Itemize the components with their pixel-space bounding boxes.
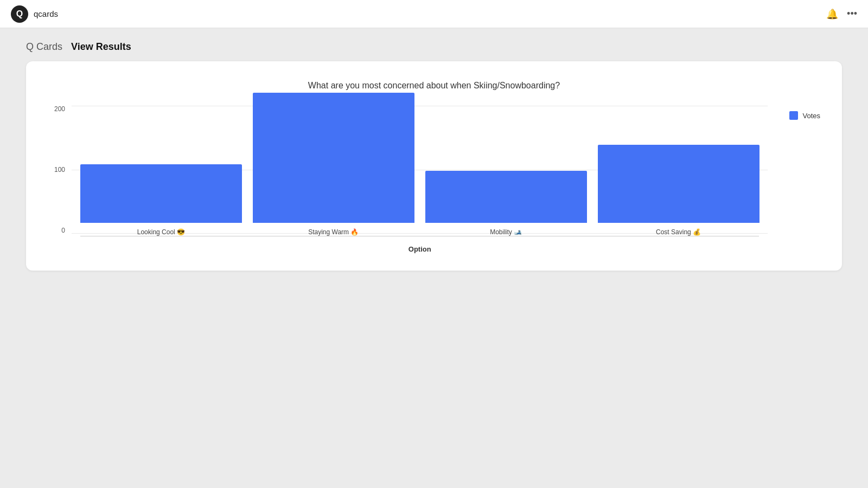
chart-title: What are you most concerned about when S…	[48, 81, 820, 91]
breadcrumb: Q Cards View Results	[0, 28, 868, 61]
bar-label-cost-saving: Cost Saving 💰	[656, 228, 701, 236]
legend-color-votes	[789, 111, 798, 120]
bar-label-mobility: Mobility 🎿	[490, 228, 522, 236]
bar-mobility	[425, 171, 587, 223]
top-navigation: Q qcards 🔔 •••	[0, 0, 868, 28]
more-options-icon[interactable]: •••	[847, 8, 857, 20]
bar-group-1: Staying Warm 🔥	[253, 93, 414, 236]
y-label-0: 0	[61, 227, 65, 234]
chart-with-yaxis: 0 100 200 Looking Cool 😎	[48, 106, 768, 253]
bar-group-3: Cost Saving 💰	[598, 145, 760, 236]
legend-label-votes: Votes	[802, 112, 820, 120]
y-label-200: 200	[54, 106, 65, 112]
bar-label-looking-cool: Looking Cool 😎	[137, 228, 185, 236]
bar-label-staying-warm: Staying Warm 🔥	[308, 228, 359, 236]
chart-legend: Votes	[768, 106, 820, 120]
chart-area: 0 100 200 Looking Cool 😎	[48, 106, 820, 253]
x-axis-label: Option	[72, 245, 768, 253]
chart-plot: Looking Cool 😎 Staying Warm 🔥 Mobility 🎿…	[72, 106, 768, 253]
nav-left: Q qcards	[11, 5, 58, 23]
y-label-100: 100	[54, 166, 65, 173]
bars-container: Looking Cool 😎 Staying Warm 🔥 Mobility 🎿…	[72, 106, 768, 236]
bar-group-2: Mobility 🎿	[425, 171, 587, 236]
app-logo: Q	[11, 5, 28, 23]
legend-item-votes: Votes	[789, 111, 820, 120]
bar-staying-warm	[253, 93, 414, 223]
nav-right: 🔔 •••	[826, 8, 857, 20]
x-axis-line	[80, 236, 759, 236]
y-axis: 0 100 200	[48, 106, 72, 253]
bar-looking-cool	[80, 164, 242, 223]
breadcrumb-current: View Results	[71, 41, 131, 53]
chart-card: What are you most concerned about when S…	[26, 61, 842, 271]
breadcrumb-parent[interactable]: Q Cards	[26, 41, 62, 53]
app-name: qcards	[34, 9, 58, 18]
bar-cost-saving	[598, 145, 760, 223]
bar-group-0: Looking Cool 😎	[80, 164, 242, 236]
bell-icon[interactable]: 🔔	[826, 8, 838, 20]
